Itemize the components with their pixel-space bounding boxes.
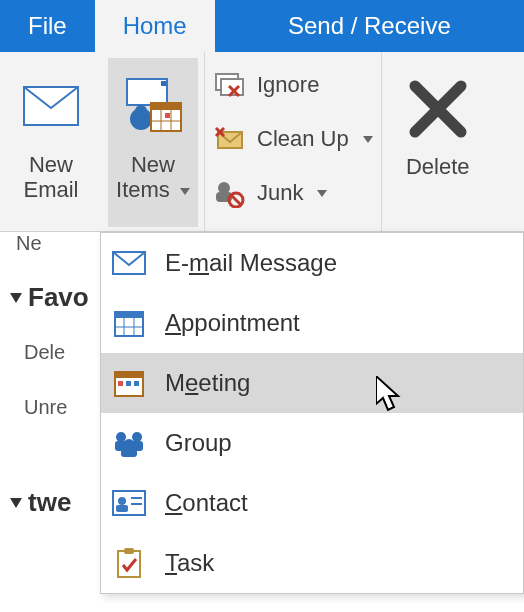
menu-item-contact[interactable]: Contact	[101, 473, 523, 533]
clean-up-icon	[213, 122, 247, 156]
menu-item-label: Meeting	[165, 369, 250, 397]
svg-rect-40	[121, 449, 137, 457]
new-items-button[interactable]: NewItems	[108, 58, 198, 227]
menu-item-task[interactable]: Task	[101, 533, 523, 593]
chevron-down-icon	[317, 190, 327, 197]
svg-point-42	[118, 497, 126, 505]
svg-rect-10	[165, 113, 170, 118]
svg-point-4	[135, 105, 147, 117]
group-new-email: NewEmail	[0, 52, 102, 231]
calendar-icon	[111, 305, 147, 341]
junk-button[interactable]: Junk	[213, 172, 327, 214]
new-email-label: NewEmail	[23, 152, 78, 203]
menu-item-label: Task	[165, 549, 214, 577]
menu-item-appointment[interactable]: Appointment	[101, 293, 523, 353]
tab-send-receive[interactable]: Send / Receive	[215, 0, 524, 52]
svg-rect-34	[134, 381, 139, 386]
menu-item-group[interactable]: Group	[101, 413, 523, 473]
ignore-icon	[213, 68, 247, 102]
chevron-down-icon	[180, 188, 190, 195]
meeting-icon	[111, 365, 147, 401]
contact-icon	[111, 485, 147, 521]
delete-button[interactable]: Delete	[388, 58, 488, 180]
clean-up-button[interactable]: Clean Up	[213, 118, 373, 160]
svg-rect-33	[126, 381, 131, 386]
menu-item-label: Group	[165, 429, 232, 457]
tab-home[interactable]: Home	[95, 0, 215, 52]
new-items-icon	[121, 74, 185, 138]
group-delete: Delete	[382, 52, 494, 231]
ignore-label: Ignore	[257, 72, 319, 98]
group-delete-tools: Ignore Clean Up	[205, 52, 382, 231]
ribbon-tabs: File Home Send / Receive	[0, 0, 524, 52]
chevron-down-icon	[363, 136, 373, 143]
envelope-icon	[19, 74, 83, 138]
svg-rect-43	[116, 505, 128, 512]
svg-point-36	[132, 432, 142, 442]
new-items-menu: E-mail Message Appointment Meeting	[100, 232, 524, 594]
menu-item-label: Contact	[165, 489, 248, 517]
ribbon: NewEmail NewItems	[0, 52, 524, 232]
expand-icon	[10, 293, 22, 303]
tab-file[interactable]: File	[0, 0, 95, 52]
junk-label: Junk	[257, 180, 303, 206]
clean-up-label: Clean Up	[257, 126, 349, 152]
svg-rect-6	[151, 103, 181, 110]
svg-rect-47	[124, 548, 134, 554]
menu-item-label: Appointment	[165, 309, 300, 337]
svg-rect-26	[115, 312, 143, 318]
svg-line-21	[231, 195, 241, 205]
group-new-items: NewItems	[102, 52, 205, 231]
ignore-button[interactable]: Ignore	[213, 64, 319, 106]
delete-label: Delete	[406, 154, 470, 180]
envelope-icon	[111, 245, 147, 281]
svg-rect-31	[115, 372, 143, 378]
svg-rect-2	[161, 81, 166, 86]
delete-icon	[403, 74, 473, 144]
svg-point-35	[116, 432, 126, 442]
menu-item-email[interactable]: E-mail Message	[101, 233, 523, 293]
new-email-button[interactable]: NewEmail	[6, 58, 96, 227]
menu-item-meeting[interactable]: Meeting	[101, 353, 523, 413]
task-icon	[111, 545, 147, 581]
svg-rect-46	[118, 551, 140, 577]
menu-item-label: E-mail Message	[165, 249, 337, 277]
junk-icon	[213, 176, 247, 210]
svg-rect-32	[118, 381, 123, 386]
expand-icon	[10, 498, 22, 508]
group-icon	[111, 425, 147, 461]
new-items-label: NewItems	[116, 152, 190, 203]
